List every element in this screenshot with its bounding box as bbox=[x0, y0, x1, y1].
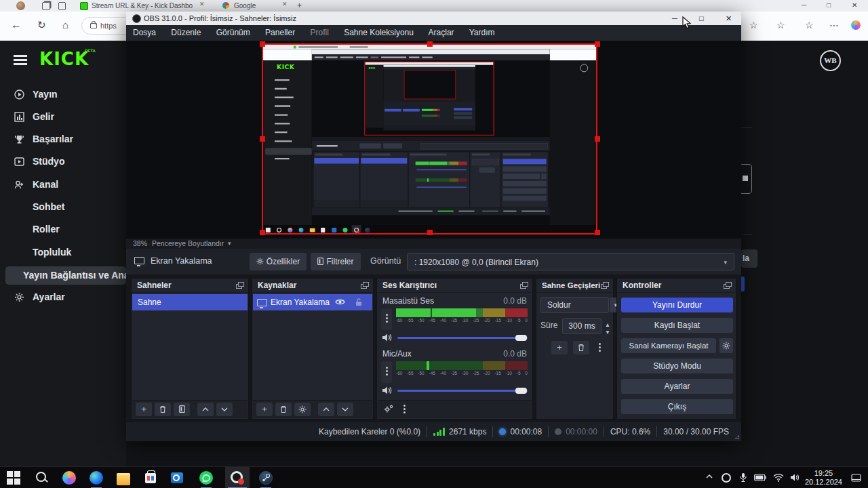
store-icon[interactable] bbox=[144, 471, 157, 485]
menu-paneller[interactable]: Paneller bbox=[265, 28, 295, 37]
resize-handle[interactable] bbox=[260, 136, 265, 142]
tab-title[interactable]: Stream URL & Key - Kick Dashbo bbox=[92, 0, 193, 12]
resize-handle[interactable] bbox=[595, 41, 600, 47]
properties-button[interactable]: Özellikler bbox=[250, 253, 307, 270]
copilot-taskbar-icon[interactable] bbox=[62, 471, 76, 485]
menu-yardim[interactable]: Yardım bbox=[469, 28, 495, 37]
vertical-tabs-icon[interactable] bbox=[58, 2, 66, 10]
obs-minimize-button[interactable]: ─ bbox=[672, 12, 677, 25]
collections-icon[interactable]: ☆ bbox=[805, 12, 814, 39]
resize-grip[interactable] bbox=[734, 434, 740, 440]
browser-profile-avatar[interactable] bbox=[16, 1, 25, 10]
partial-button[interactable]: la bbox=[741, 249, 757, 268]
user-avatar[interactable]: WB bbox=[820, 50, 841, 71]
source-properties-button[interactable] bbox=[294, 403, 311, 416]
mixer-menu-icon[interactable] bbox=[403, 405, 406, 407]
sidebar-item-yayin-baglantisi[interactable]: Yayın Bağlantısı ve Anah bbox=[5, 266, 126, 285]
stop-streaming-button[interactable]: Yayını Durdur bbox=[621, 298, 733, 312]
settings-button[interactable]: Ayarlar bbox=[621, 379, 733, 394]
edge-icon[interactable] bbox=[90, 471, 103, 485]
tray-wifi-icon[interactable] bbox=[773, 473, 784, 482]
transition-select[interactable]: Soldur ▾ bbox=[540, 297, 609, 313]
sidebar-item-topluluk[interactable]: Topluluk bbox=[0, 243, 126, 262]
add-scene-button[interactable]: + bbox=[136, 403, 152, 416]
menu-sahne-koleksiyonu[interactable]: Sahne Koleksiyonu bbox=[344, 28, 414, 37]
slider-handle[interactable] bbox=[515, 388, 527, 394]
remove-scene-button[interactable] bbox=[155, 403, 171, 416]
popout-icon[interactable] bbox=[236, 282, 244, 289]
obs-maximize-button[interactable]: □ bbox=[699, 12, 704, 25]
tab-close-icon[interactable]: ✕ bbox=[199, 1, 205, 7]
reload-icon[interactable]: ↻ bbox=[37, 12, 46, 39]
sidebar-item-sohbet[interactable]: Sohbet bbox=[0, 198, 126, 216]
tab-groups-icon[interactable] bbox=[42, 2, 50, 10]
resize-handle[interactable] bbox=[427, 41, 433, 47]
resize-handle[interactable] bbox=[595, 136, 600, 142]
channel-menu-button[interactable] bbox=[381, 308, 392, 330]
popout-icon[interactable] bbox=[724, 282, 732, 289]
studio-mode-button[interactable]: Stüdyo Modu bbox=[621, 359, 733, 373]
tray-battery-icon[interactable] bbox=[754, 474, 766, 481]
sidebar-item-roller[interactable]: Roller bbox=[0, 220, 126, 239]
sidebar-item-kanal[interactable]: Kanal bbox=[0, 176, 126, 194]
obs-title-bar[interactable]: OBS 31.0.0 - Profil: İsimsiz - Sahneler:… bbox=[126, 12, 741, 25]
add-transition-button[interactable]: + bbox=[551, 341, 568, 354]
chevron-down-icon[interactable]: ▾ bbox=[228, 239, 231, 249]
move-down-button[interactable] bbox=[337, 403, 353, 416]
tab-title[interactable]: Google bbox=[234, 0, 256, 12]
remove-transition-button[interactable] bbox=[573, 341, 589, 354]
menu-profil[interactable]: Profil bbox=[310, 28, 328, 37]
browser-minimize-button[interactable]: ─ bbox=[802, 0, 806, 11]
menu-dosya[interactable]: Dosya bbox=[133, 28, 156, 37]
steam-icon[interactable] bbox=[259, 471, 273, 485]
start-button[interactable] bbox=[7, 471, 20, 485]
fit-to-window[interactable]: Pencereye Boyutlandır bbox=[152, 239, 224, 249]
copy-button-fragment[interactable] bbox=[741, 164, 752, 194]
remove-source-button[interactable] bbox=[275, 403, 292, 416]
more-menu-icon[interactable]: ⋯ bbox=[829, 12, 839, 39]
obs-close-button[interactable]: ✕ bbox=[726, 12, 732, 25]
resize-handle[interactable] bbox=[427, 230, 433, 235]
popout-icon[interactable] bbox=[601, 282, 609, 289]
scene-item[interactable]: Sahne bbox=[132, 294, 248, 310]
mute-mic-icon[interactable] bbox=[382, 386, 391, 395]
new-tab-button[interactable]: + bbox=[297, 0, 302, 12]
notifications-icon[interactable] bbox=[851, 473, 861, 483]
virtual-camera-button[interactable]: Sanal Kamerayı Başlat bbox=[621, 338, 716, 353]
start-recording-button[interactable]: Kaydı Başlat bbox=[621, 318, 733, 333]
obs-taskbar-icon[interactable] bbox=[225, 467, 250, 488]
sidebar-item-studyo[interactable]: Stüdyo bbox=[0, 152, 126, 171]
visibility-eye-icon[interactable] bbox=[335, 298, 345, 306]
filters-button[interactable]: Filtreler bbox=[311, 253, 361, 270]
copilot-icon[interactable] bbox=[851, 20, 861, 30]
sidebar-item-basarilar[interactable]: Başarılar bbox=[0, 130, 126, 148]
transitions-menu-icon[interactable] bbox=[599, 343, 601, 345]
sidebar-item-ayarlar[interactable]: Ayarlar bbox=[0, 288, 126, 306]
virtual-camera-settings-button[interactable] bbox=[719, 338, 733, 353]
resize-handle[interactable] bbox=[260, 230, 265, 235]
whatsapp-icon[interactable] bbox=[199, 471, 213, 485]
sidebar-item-yayin[interactable]: Yayın bbox=[0, 85, 126, 104]
tab-close-icon[interactable]: ✕ bbox=[282, 1, 288, 7]
search-icon[interactable] bbox=[35, 471, 49, 485]
popout-icon[interactable] bbox=[520, 282, 528, 289]
lock-icon[interactable] bbox=[355, 298, 363, 306]
obs-preview[interactable]: KICK bbox=[126, 41, 741, 239]
tray-obs-icon[interactable] bbox=[722, 473, 731, 483]
browser-maximize-button[interactable]: □ bbox=[827, 0, 831, 11]
file-explorer-icon[interactable] bbox=[117, 471, 130, 485]
popout-icon[interactable] bbox=[361, 282, 369, 289]
menu-duzenle[interactable]: Düzenle bbox=[171, 28, 201, 37]
mute-speaker-icon[interactable] bbox=[382, 333, 391, 342]
extensions-icon[interactable]: ☆ bbox=[776, 12, 785, 39]
duration-spinbox[interactable]: 300 ms ▲ ▼ bbox=[562, 318, 601, 334]
move-up-button[interactable] bbox=[318, 403, 334, 416]
selected-source-bounds[interactable]: KICK bbox=[262, 43, 597, 235]
back-icon[interactable]: ← bbox=[11, 12, 22, 39]
display-select[interactable]: : 1920x1080 @ 0,0 (Birincil Ekran) ▾ bbox=[407, 253, 734, 270]
resize-handle[interactable] bbox=[595, 230, 600, 235]
outlook-icon[interactable] bbox=[171, 471, 184, 485]
add-source-button[interactable]: + bbox=[256, 403, 273, 416]
menu-araclar[interactable]: Araçlar bbox=[429, 28, 454, 37]
favorites-star-icon[interactable]: ☆ bbox=[749, 12, 758, 39]
